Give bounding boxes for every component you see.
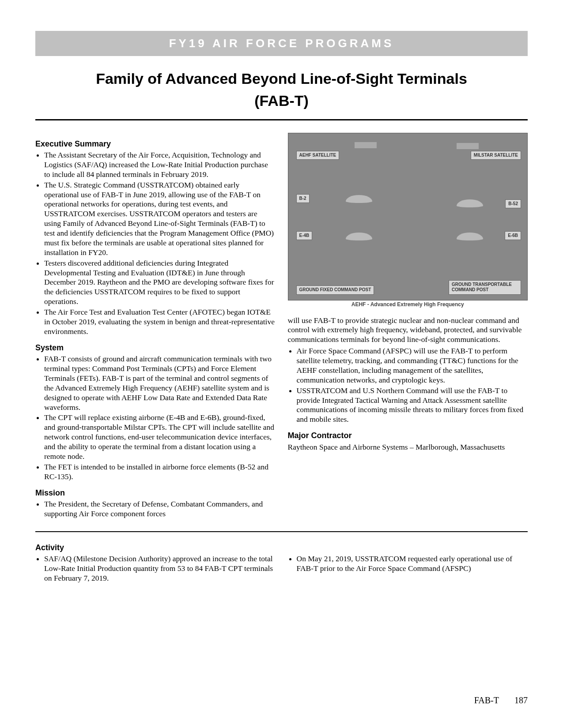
- executive-summary-list: The Assistant Secretary of the Air Force…: [35, 150, 276, 337]
- main-columns: Executive Summary The Assistant Secretar…: [35, 133, 528, 521]
- document-title: Family of Advanced Beyond Line-of-Sight …: [35, 69, 528, 88]
- figure-caption: AEHF - Advanced Extremely High Frequency: [288, 301, 528, 308]
- system-list: FAB-T consists of ground and aircraft co…: [35, 354, 276, 481]
- document-subtitle: (FAB-T): [35, 91, 528, 110]
- figure-label-b2: B-2: [296, 194, 310, 203]
- aircraft-icon: [457, 233, 483, 240]
- activity-left: SAF/AQ (Milestone Decision Authority) ap…: [35, 554, 276, 585]
- figure-label-e4b: E-4B: [296, 231, 313, 240]
- executive-summary-heading: Executive Summary: [35, 139, 276, 149]
- mission-heading: Mission: [35, 488, 276, 498]
- right-column: AEHF SATELLITE MILSTAR SATELLITE B-2 B-5…: [288, 133, 528, 521]
- figure-label-ground-fixed: GROUND FIXED COMMAND POST: [296, 285, 374, 295]
- satellite-icon: [457, 143, 479, 149]
- footer-label: FAB-T: [474, 695, 499, 705]
- footer-page-number: 187: [514, 695, 528, 705]
- mission-continuation: will use FAB-T to provide strategic nucl…: [288, 316, 528, 345]
- divider-mid: [35, 531, 528, 532]
- list-item: will use FAB-T to provide strategic nucl…: [288, 316, 528, 345]
- list-item: The Assistant Secretary of the Air Force…: [44, 150, 276, 180]
- system-heading: System: [35, 343, 276, 353]
- list-item: USSTRATCOM and U.S Northern Command will…: [297, 386, 528, 425]
- aircraft-icon: [346, 233, 372, 240]
- activity-list-left: SAF/AQ (Milestone Decision Authority) ap…: [35, 554, 276, 583]
- major-contractor-heading: Major Contractor: [288, 431, 528, 441]
- concept-figure: AEHF SATELLITE MILSTAR SATELLITE B-2 B-5…: [288, 133, 528, 300]
- list-item: Air Force Space Command (AFSPC) will use…: [297, 346, 528, 385]
- list-item: FAB-T consists of ground and aircraft co…: [44, 354, 276, 412]
- figure-label-e6b: E-6B: [505, 231, 521, 240]
- divider-top: [35, 119, 528, 120]
- list-item: Testers discovered additional deficienci…: [44, 259, 276, 307]
- mission-list-left: The President, the Secretary of Defense,…: [35, 499, 276, 519]
- list-item: The Air Force Test and Evaluation Test C…: [44, 308, 276, 337]
- aircraft-icon: [457, 199, 483, 207]
- list-item: The President, the Secretary of Defense,…: [44, 499, 276, 519]
- figure-label-aehf: AEHF SATELLITE: [296, 151, 340, 160]
- list-item: SAF/AQ (Milestone Decision Authority) ap…: [44, 554, 276, 583]
- activity-right: On May 21, 2019, USSTRATCOM requested ea…: [288, 554, 528, 585]
- major-contractor-text: Raytheon Space and Airborne Systems – Ma…: [288, 443, 528, 452]
- activity-list-right: On May 21, 2019, USSTRATCOM requested ea…: [288, 554, 528, 574]
- figure-label-ground-trans: GROUND TRANSPORTABLE COMMAND POST: [449, 280, 521, 295]
- left-column: Executive Summary The Assistant Secretar…: [35, 133, 276, 521]
- activity-heading: Activity: [35, 543, 528, 553]
- figure-label-milstar: MILSTAR SATELLITE: [471, 151, 521, 160]
- mission-list-right: Air Force Space Command (AFSPC) will use…: [288, 346, 528, 424]
- list-item: The U.S. Strategic Command (USSTRATCOM) …: [44, 180, 276, 258]
- aircraft-icon: [346, 195, 372, 203]
- activity-columns: SAF/AQ (Milestone Decision Authority) ap…: [35, 554, 528, 585]
- list-item: On May 21, 2019, USSTRATCOM requested ea…: [297, 554, 528, 574]
- list-item: The CPT will replace existing airborne (…: [44, 413, 276, 461]
- page-banner: FY19 AIR FORCE PROGRAMS: [35, 31, 528, 56]
- list-item: The FET is intended to be installed in a…: [44, 462, 276, 482]
- satellite-icon: [355, 142, 377, 148]
- page-footer: FAB-T 187: [474, 695, 528, 706]
- figure-label-b52: B-52: [505, 199, 521, 209]
